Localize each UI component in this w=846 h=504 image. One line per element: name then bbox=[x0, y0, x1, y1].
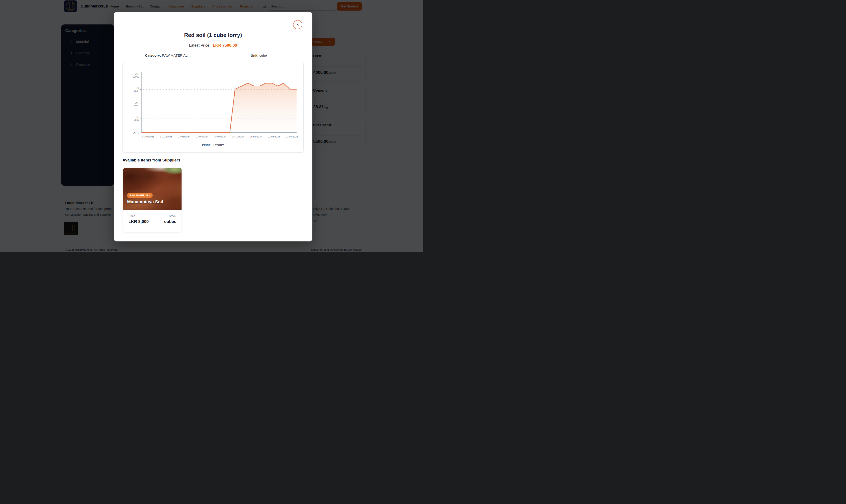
price-value: LKR 8,000 bbox=[128, 219, 149, 224]
latest-price-value: LKR 7500.00 bbox=[213, 43, 237, 48]
unit-label: Unit: bbox=[251, 54, 258, 57]
x-tick-label: 01/07/2025 bbox=[286, 135, 298, 138]
x-tick-label: 23/01/2024 bbox=[178, 135, 190, 138]
y-tick-label: LKR bbox=[134, 72, 139, 75]
item-name: Manampitiya Soil bbox=[127, 199, 163, 204]
product-detail-modal: × Red soil (1 cube lorry) Latest Price: … bbox=[114, 12, 312, 241]
latest-price-line: Latest Price: LKR 7500.00 bbox=[114, 43, 312, 48]
y-tick-label: 5000 bbox=[134, 104, 139, 107]
y-tick-label: 7500 bbox=[134, 90, 139, 92]
x-tick-label: 23/04/2024 bbox=[196, 135, 208, 138]
product-image-red-soil: RAW MATERIAL • Manampitiya Soil bbox=[123, 168, 182, 210]
unit-field: Unit: cube bbox=[251, 54, 267, 57]
x-tick-label: 31/07/2023 bbox=[142, 135, 154, 138]
chart-caption: PRICE HISTORY bbox=[202, 144, 224, 146]
unit-value: cube bbox=[259, 54, 267, 57]
latest-price-label: Latest Price: bbox=[189, 43, 211, 48]
category-value: RAW MATERIAL bbox=[162, 54, 187, 57]
y-tick-label: LKR bbox=[134, 87, 139, 89]
price-label: Price bbox=[128, 214, 135, 218]
price-area-fill bbox=[142, 83, 296, 133]
y-tick-label: 10000 bbox=[132, 75, 139, 78]
supplier-item-card[interactable]: RAW MATERIAL • Manampitiya Soil Price St… bbox=[123, 168, 182, 232]
category-label: Category: bbox=[145, 54, 161, 57]
y-tick-label: LKR bbox=[134, 116, 139, 118]
x-tick-label: 01/03/2025 bbox=[268, 135, 280, 138]
x-tick-label: 24/10/2024 bbox=[232, 135, 244, 138]
available-items-heading: Available Items from Suppliers bbox=[123, 158, 180, 163]
modal-title: Red soil (1 cube lorry) bbox=[114, 32, 312, 38]
x-tick-label: 31/10/2023 bbox=[160, 135, 172, 138]
page: BuildMarketLk HomeBuild-in-SLContactCata… bbox=[0, 0, 423, 252]
y-tick-label: LKR bbox=[134, 101, 139, 104]
x-tick-label: 24/07/2024 bbox=[214, 135, 226, 138]
item-info: Price Stock LKR 8,000 cubes bbox=[123, 210, 182, 232]
price-history-chart: LKR 0LKR2500LKR5000LKR7500LKR1000031/07/… bbox=[123, 62, 304, 152]
y-tick-label: 2500 bbox=[134, 119, 139, 121]
y-tick-label: LKR 0 bbox=[132, 131, 139, 134]
category-badge: RAW MATERIAL • bbox=[127, 193, 153, 198]
x-tick-label: 25/01/2024 bbox=[250, 135, 262, 138]
close-button[interactable]: × bbox=[293, 20, 302, 29]
category-field: Category: RAW MATERIAL bbox=[145, 54, 187, 57]
stock-label: Stock bbox=[169, 214, 176, 218]
stock-value: cubes bbox=[164, 219, 176, 224]
